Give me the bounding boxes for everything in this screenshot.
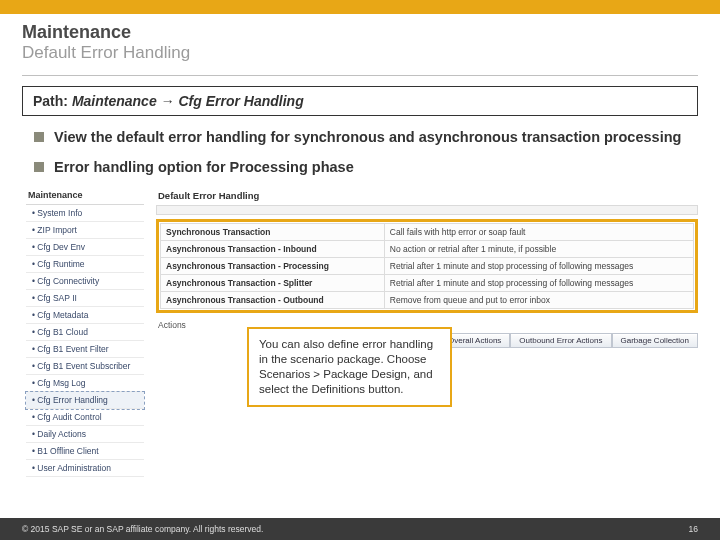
sidebar-item[interactable]: • System Info (26, 205, 144, 222)
bullet-item: Error handling option for Processing pha… (34, 158, 698, 178)
callout-note: You can also define error handling in th… (247, 327, 452, 407)
bullet-list: View the default error handling for sync… (34, 128, 698, 177)
panel-header: Default Error Handling (156, 187, 698, 205)
sidebar-item[interactable]: • Cfg Dev Env (26, 239, 144, 256)
row-key: Asynchronous Transaction - Processing (161, 258, 385, 275)
toolbar-placeholder (156, 205, 698, 215)
sidebar-item[interactable]: • Daily Actions (26, 426, 144, 443)
row-value[interactable]: Retrial after 1 minute and stop processi… (384, 258, 693, 275)
sidebar-item[interactable]: • ZIP Import (26, 222, 144, 239)
footer: © 2015 SAP SE or an SAP affiliate compan… (0, 518, 720, 540)
sidebar-item[interactable]: • B1 Offline Client (26, 443, 144, 460)
action-button[interactable]: Outbound Error Actions (510, 333, 611, 348)
divider (22, 75, 698, 76)
highlighted-table: Synchronous TransactionCall fails with h… (156, 219, 698, 313)
row-key: Asynchronous Transaction - Inbound (161, 241, 385, 258)
row-value[interactable]: No action or retrial after 1 minute, if … (384, 241, 693, 258)
path-value: Maintenance → Cfg Error Handling (72, 93, 304, 109)
sidebar-item[interactable]: • Cfg Error Handling (26, 392, 144, 409)
action-button[interactable]: Garbage Collection (612, 333, 698, 348)
table-row: Asynchronous Transaction - OutboundRemov… (161, 292, 694, 309)
bullet-item: View the default error handling for sync… (34, 128, 698, 148)
sidebar-item[interactable]: • Cfg Audit Control (26, 409, 144, 426)
row-value[interactable]: Retrial after 1 minute and stop processi… (384, 275, 693, 292)
row-key: Asynchronous Transaction - Outbound (161, 292, 385, 309)
path-box: Path: Maintenance → Cfg Error Handling (22, 86, 698, 116)
footer-copyright: © 2015 SAP SE or an SAP affiliate compan… (22, 524, 263, 534)
sidebar: Maintenance • System Info• ZIP Import• C… (26, 187, 144, 477)
sidebar-item[interactable]: • Cfg B1 Event Subscriber (26, 358, 144, 375)
bullet-square-icon (34, 132, 44, 142)
sidebar-item[interactable]: • User Administration (26, 460, 144, 477)
table-row: Asynchronous Transaction - ProcessingRet… (161, 258, 694, 275)
heading-subtitle: Default Error Handling (22, 43, 698, 63)
brand-accent-bar (0, 0, 720, 14)
bullet-text: Error handling option for Processing pha… (54, 158, 354, 178)
sidebar-item[interactable]: • Cfg Msg Log (26, 375, 144, 392)
slide-heading: Maintenance Default Error Handling (0, 14, 720, 69)
path-label: Path: (33, 93, 72, 109)
embedded-screenshot: Maintenance • System Info• ZIP Import• C… (22, 187, 698, 437)
main-panel: Default Error Handling Synchronous Trans… (156, 187, 698, 348)
footer-page-number: 16 (689, 524, 698, 534)
row-value[interactable]: Call fails with http error or soap fault (384, 224, 693, 241)
sidebar-item[interactable]: • Cfg B1 Cloud (26, 324, 144, 341)
bullet-text: View the default error handling for sync… (54, 128, 681, 148)
row-value[interactable]: Remove from queue and put to error inbox (384, 292, 693, 309)
row-key: Asynchronous Transaction - Splitter (161, 275, 385, 292)
sidebar-item[interactable]: • Cfg Metadata (26, 307, 144, 324)
table-row: Asynchronous Transaction - SplitterRetri… (161, 275, 694, 292)
bullet-square-icon (34, 162, 44, 172)
table-row: Synchronous TransactionCall fails with h… (161, 224, 694, 241)
row-key: Synchronous Transaction (161, 224, 385, 241)
sidebar-header: Maintenance (26, 187, 144, 205)
sidebar-item[interactable]: • Cfg B1 Event Filter (26, 341, 144, 358)
table-row: Asynchronous Transaction - InboundNo act… (161, 241, 694, 258)
sidebar-item[interactable]: • Cfg SAP II (26, 290, 144, 307)
sidebar-item[interactable]: • Cfg Runtime (26, 256, 144, 273)
heading-title: Maintenance (22, 22, 698, 43)
sidebar-item[interactable]: • Cfg Connectivity (26, 273, 144, 290)
